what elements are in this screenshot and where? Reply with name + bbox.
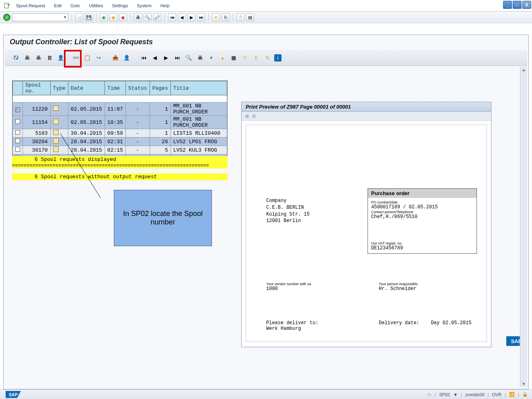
find-btn-icon[interactable]: 🔍 bbox=[144, 13, 152, 21]
table-row[interactable]: 11154 02.05.2015 10:35 - 1 MM_001 NB PUR… bbox=[13, 116, 227, 129]
delete-icon[interactable]: 🗑 bbox=[45, 53, 54, 62]
summary-line: 6 Spool requests displayed bbox=[12, 156, 228, 163]
find-next-btn-icon[interactable]: 🔎 bbox=[153, 13, 161, 21]
po-info-box: Purchase order PO number/date 4500017189… bbox=[368, 188, 477, 254]
type-icon bbox=[53, 146, 59, 152]
row-checkbox[interactable] bbox=[15, 138, 20, 143]
next-page-icon[interactable]: ▶ bbox=[187, 13, 195, 21]
col-date[interactable]: Date bbox=[68, 81, 105, 95]
col-status[interactable]: Status bbox=[125, 81, 150, 95]
shortcut-icon[interactable]: ⎘ bbox=[222, 13, 230, 21]
table-row[interactable]: 11220 02.05.2015 11:07 - 1 MM_001 NB PUR… bbox=[13, 103, 227, 116]
minimize-window-btn[interactable]: _ bbox=[503, 1, 512, 9]
col-title[interactable]: Title bbox=[170, 81, 227, 95]
cell-spool: 11220 bbox=[23, 103, 51, 116]
print-direct-icon[interactable]: 🖶 bbox=[34, 53, 43, 62]
nav-last-icon[interactable]: ⏭ bbox=[173, 53, 182, 62]
print-preview-pane: Print Preview of Z987 Page 00001 of 0000… bbox=[241, 102, 491, 347]
total-icon[interactable]: Σ bbox=[252, 53, 261, 62]
menu-system[interactable]: System bbox=[133, 2, 156, 9]
po-number: 4500017189 / 02.05.2015 bbox=[371, 204, 473, 210]
status-lock-icon[interactable]: 🔒 bbox=[522, 392, 528, 397]
menu-edit[interactable]: Edit bbox=[50, 2, 66, 9]
refresh-icon[interactable]: 🗘 bbox=[11, 53, 20, 62]
enter-btn-icon[interactable]: ✓ bbox=[3, 14, 10, 21]
summary-line: 6 Spool requests without output request bbox=[12, 173, 228, 180]
table-row[interactable]: 5183 30.04.2015 09:59 - 1 LIST1S RLLI040… bbox=[13, 129, 227, 138]
maximize-window-btn[interactable]: □ bbox=[513, 1, 522, 9]
cancel-red-icon[interactable]: ◉ bbox=[119, 13, 127, 21]
scroll-down-icon[interactable]: ▼ bbox=[521, 381, 527, 387]
close-window-btn[interactable]: X bbox=[522, 1, 531, 9]
col-pages[interactable]: Pages bbox=[150, 81, 170, 95]
vertical-scrollbar[interactable]: ▲ ▼ bbox=[520, 67, 527, 387]
nav-first-icon[interactable]: ⏮ bbox=[139, 53, 148, 62]
summary-divider: ========================================… bbox=[12, 163, 228, 169]
filter-icon[interactable]: ▽ bbox=[240, 53, 249, 62]
prev-page-icon[interactable]: ◀ bbox=[178, 13, 186, 21]
preview-title: Print Preview of Z987 Page 00001 of 0000… bbox=[242, 102, 491, 112]
last-page-icon[interactable]: ⏭ bbox=[197, 13, 205, 21]
sap-logo-small: SAP bbox=[6, 391, 21, 398]
status-tcode[interactable]: SP02 bbox=[439, 392, 450, 397]
zoom-out-icon[interactable]: ⊖ bbox=[252, 113, 256, 119]
vat-value: DE123456789 bbox=[371, 245, 473, 251]
print-icon[interactable]: 🖶 bbox=[23, 53, 31, 62]
export-icon[interactable]: 📤 bbox=[111, 53, 120, 62]
vendor-block: Your vendor number with us 1000 bbox=[266, 282, 311, 292]
subtotal-icon[interactable]: ％ bbox=[263, 53, 272, 62]
menu-help[interactable]: Help bbox=[156, 2, 174, 9]
cell-pages: 1 bbox=[150, 103, 170, 116]
scroll-up-icon[interactable]: ▲ bbox=[521, 67, 527, 73]
command-field[interactable] bbox=[12, 13, 68, 21]
row-checkbox[interactable] bbox=[15, 130, 20, 135]
status-connection-icon[interactable]: 📶 bbox=[509, 392, 515, 397]
col-time[interactable]: Time bbox=[105, 81, 125, 95]
first-page-icon[interactable]: ⏮ bbox=[168, 13, 176, 21]
nav-prev-icon[interactable]: ◀ bbox=[150, 53, 159, 62]
exit-green-icon[interactable]: ◉ bbox=[100, 13, 108, 21]
user-icon[interactable]: 👤 bbox=[56, 53, 65, 62]
new-session-icon[interactable]: ☀ bbox=[212, 13, 220, 21]
menu-spool-request[interactable]: Spool Request bbox=[12, 2, 49, 9]
type-icon bbox=[53, 105, 59, 111]
menu-settings[interactable]: Settings bbox=[108, 2, 132, 9]
menu-goto[interactable]: Goto bbox=[66, 2, 84, 9]
row-checkbox[interactable] bbox=[15, 119, 20, 124]
cell-title: MM_001 NB PURCH_ORDER bbox=[170, 103, 227, 116]
callout-annotation: In SP02 locate the Spool number bbox=[114, 190, 212, 246]
find-icon[interactable]: 🔍 bbox=[184, 53, 193, 62]
type-icon bbox=[53, 138, 59, 144]
table-row[interactable]: 30204 28.04.2015 02:31 - 26 LVS2 LP01 FR… bbox=[13, 138, 227, 146]
row-checkbox[interactable] bbox=[15, 107, 20, 112]
attributes-icon[interactable]: 📋 bbox=[83, 53, 92, 62]
print-btn-icon[interactable]: 🖶 bbox=[134, 13, 142, 21]
print2-icon[interactable]: 🖶 bbox=[195, 53, 204, 62]
help-f1-icon[interactable]: ? bbox=[236, 13, 244, 21]
user2-icon[interactable]: 👤 bbox=[122, 53, 131, 62]
status-dropdown-icon[interactable]: ▼ bbox=[453, 392, 458, 397]
col-type[interactable]: Type bbox=[50, 81, 68, 95]
sort-asc-icon[interactable]: ▾ bbox=[207, 53, 216, 62]
spreadsheet-icon[interactable]: ▦ bbox=[229, 53, 238, 62]
forward-icon[interactable]: ↪ bbox=[94, 53, 103, 62]
sort-desc-icon[interactable]: ▴ bbox=[218, 53, 227, 62]
menu-export-icon[interactable] bbox=[3, 2, 11, 9]
exit-yellow-icon[interactable]: ◉ bbox=[109, 13, 117, 21]
menu-utilities[interactable]: Utilities bbox=[85, 2, 107, 9]
status-system: zmetdc00 bbox=[465, 392, 485, 397]
back-btn-icon[interactable]: ◁ bbox=[75, 13, 83, 21]
status-arrow-icon[interactable]: ▷ bbox=[428, 392, 431, 397]
svg-rect-0 bbox=[4, 3, 8, 8]
app-toolbar: 🗘 🖶 🖶 🗑 👤 👓 📋 ↪ 📤 👤 ⏮ ◀ ▶ ⏭ 🔍 🖶 ▾ ▴ ▦ ▽ … bbox=[5, 50, 527, 66]
delivery-date-block: Delivery date: Day 02.05.2015 bbox=[379, 320, 471, 326]
table-row[interactable]: 30170 28.04.2015 02:15 - 5 LVS2 KUL3 FRO… bbox=[13, 146, 227, 154]
zoom-in-icon[interactable]: ⊕ bbox=[245, 113, 249, 119]
save-btn-icon[interactable]: 💾 bbox=[85, 13, 93, 21]
layout-menu-icon[interactable]: ▤ bbox=[246, 13, 254, 21]
display-contents-icon[interactable]: 👓 bbox=[72, 53, 80, 62]
row-checkbox[interactable] bbox=[15, 147, 20, 152]
nav-next-icon[interactable]: ▶ bbox=[162, 53, 170, 62]
col-spoolno[interactable]: Spool no. bbox=[23, 81, 51, 95]
info-icon[interactable]: i bbox=[274, 54, 281, 62]
